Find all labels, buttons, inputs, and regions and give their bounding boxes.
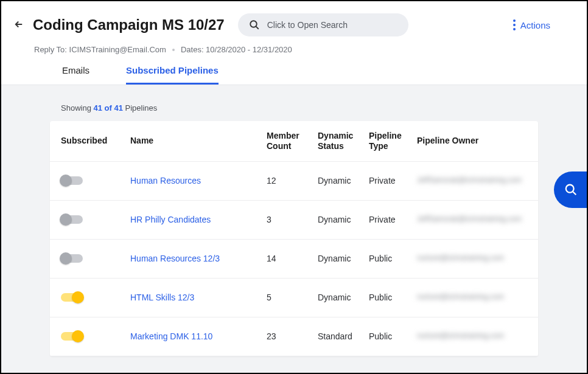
pipeline-owner: JeffSamorak@icimstraining.com xyxy=(417,215,527,224)
col-dynamic-status: Dynamic Status xyxy=(318,131,366,151)
table-row: Human Resources 12/314DynamicPublicnurtu… xyxy=(50,240,538,279)
member-count: 23 xyxy=(267,331,315,341)
subscribed-toggle[interactable] xyxy=(61,332,83,341)
search-placeholder: Click to Open Search xyxy=(267,20,348,30)
col-subscribed: Subscribed xyxy=(61,136,128,146)
pipeline-name-link[interactable]: Human Resources 12/3 xyxy=(130,254,264,263)
pipeline-type: Public xyxy=(369,293,415,302)
dynamic-status: Dynamic xyxy=(318,254,366,263)
col-pipeline-owner: Pipeline Owner xyxy=(417,136,527,146)
pipeline-name-link[interactable]: Human Resources xyxy=(130,176,264,185)
subscribed-toggle[interactable] xyxy=(61,254,83,263)
col-name: Name xyxy=(130,136,264,146)
page-title: Coding Campaign MS 10/27 xyxy=(33,16,225,33)
pipeline-owner: nurture@icimstraining.com xyxy=(417,293,527,302)
pipeline-name-link[interactable]: Marketing DMK 11.10 xyxy=(130,331,264,341)
col-member-count: Member Count xyxy=(267,131,315,151)
dynamic-status: Dynamic xyxy=(318,215,366,224)
table-row: Marketing DMK 11.1023StandardPublicnurtu… xyxy=(50,317,538,356)
member-count: 12 xyxy=(267,176,315,185)
dynamic-status: Dynamic xyxy=(318,176,366,185)
table-header: Subscribed Name Member Count Dynamic Sta… xyxy=(50,121,538,162)
pipelines-table: Subscribed Name Member Count Dynamic Sta… xyxy=(50,121,538,356)
actions-label: Actions xyxy=(520,20,550,30)
tab-emails[interactable]: Emails xyxy=(62,65,89,85)
pipeline-owner: JeffSamorak@icimstraining.com xyxy=(417,176,527,185)
svg-point-1 xyxy=(566,185,574,193)
table-row: Human Resources12DynamicPrivateJeffSamor… xyxy=(50,162,538,201)
tab-subscribed-pipelines[interactable]: Subscribed Pipelines xyxy=(126,65,219,85)
pipeline-owner: nurture@icimstraining.com xyxy=(417,254,527,263)
pipeline-name-link[interactable]: HTML Skills 12/3 xyxy=(130,293,264,302)
subscribed-toggle[interactable] xyxy=(61,215,83,224)
dates: Dates: 10/28/2020 - 12/31/2020 xyxy=(181,45,292,54)
actions-menu[interactable]: Actions xyxy=(513,19,550,30)
kebab-icon xyxy=(513,19,516,30)
reply-to: Reply To: ICIMSTraining@Email.Com xyxy=(34,45,166,54)
search-fab[interactable] xyxy=(554,171,588,208)
search-icon xyxy=(249,19,260,30)
pipeline-type: Public xyxy=(369,254,415,263)
pipeline-owner: nurture@icimstraining.com xyxy=(417,331,527,341)
dynamic-status: Dynamic xyxy=(318,293,366,302)
svg-point-0 xyxy=(250,21,257,27)
search-icon xyxy=(564,183,578,196)
member-count: 3 xyxy=(267,215,315,224)
table-row: HR Philly Candidates3DynamicPrivateJeffS… xyxy=(50,201,538,240)
pipeline-type: Private xyxy=(369,215,415,224)
col-pipeline-type: Pipeline Type xyxy=(369,131,415,151)
member-count: 14 xyxy=(267,254,315,263)
pipeline-type: Private xyxy=(369,176,415,185)
showing-count: Showing 41 of 41 Pipelines xyxy=(61,103,538,113)
subscribed-toggle[interactable] xyxy=(61,293,83,302)
back-arrow-icon[interactable] xyxy=(13,19,24,32)
table-row: HTML Skills 12/35DynamicPublicnurture@ic… xyxy=(50,279,538,317)
dynamic-status: Standard xyxy=(318,331,366,341)
member-count: 5 xyxy=(267,293,315,302)
pipeline-type: Public xyxy=(369,331,415,341)
separator-dot xyxy=(172,49,175,51)
pipeline-name-link[interactable]: HR Philly Candidates xyxy=(130,215,264,224)
subscribed-toggle[interactable] xyxy=(61,176,83,185)
search-input[interactable]: Click to Open Search xyxy=(238,13,408,36)
